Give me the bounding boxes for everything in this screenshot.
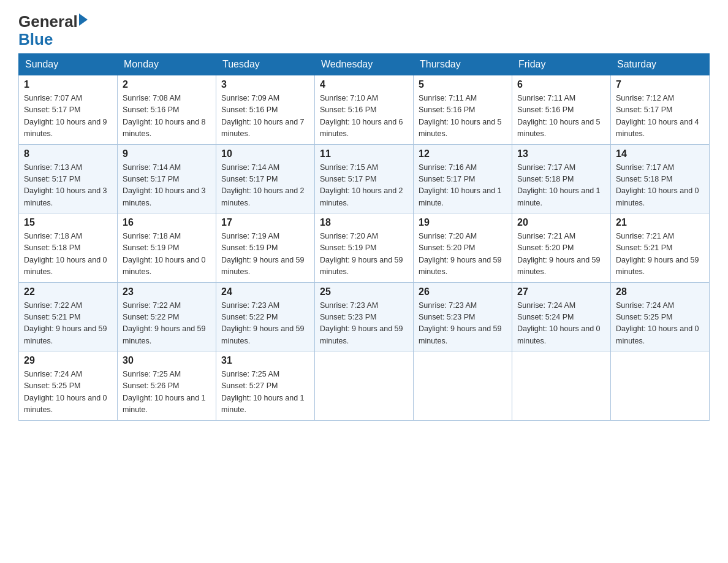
day-info: Sunrise: 7:07 AMSunset: 5:17 PMDaylight:… [24,93,112,140]
calendar-week-row: 15 Sunrise: 7:18 AMSunset: 5:18 PMDaylig… [19,213,710,283]
day-number: 16 [123,217,211,228]
logo-general: General [18,12,78,31]
day-info: Sunrise: 7:17 AMSunset: 5:18 PMDaylight:… [517,162,605,210]
calendar-cell: 17 Sunrise: 7:19 AMSunset: 5:19 PMDaylig… [216,213,315,283]
day-info: Sunrise: 7:24 AMSunset: 5:25 PMDaylight:… [616,300,704,348]
day-number: 12 [419,148,507,159]
calendar-header-sunday: Sunday [19,54,118,75]
calendar-cell: 24 Sunrise: 7:23 AMSunset: 5:22 PMDaylig… [216,282,315,351]
calendar-cell: 25 Sunrise: 7:23 AMSunset: 5:23 PMDaylig… [315,282,414,351]
day-number: 17 [221,217,309,228]
day-info: Sunrise: 7:19 AMSunset: 5:19 PMDaylight:… [221,231,309,278]
calendar-cell: 12 Sunrise: 7:16 AMSunset: 5:17 PMDaylig… [414,144,512,213]
day-number: 22 [24,286,112,297]
day-number: 29 [24,355,112,366]
calendar-week-row: 1 Sunrise: 7:07 AMSunset: 5:17 PMDayligh… [19,75,710,145]
calendar-cell: 29 Sunrise: 7:24 AMSunset: 5:25 PMDaylig… [19,351,118,421]
day-number: 3 [221,79,309,90]
day-number: 10 [221,148,309,159]
day-info: Sunrise: 7:15 AMSunset: 5:17 PMDaylight:… [320,162,408,210]
day-number: 1 [24,79,112,90]
calendar-cell: 30 Sunrise: 7:25 AMSunset: 5:26 PMDaylig… [118,351,216,421]
calendar-week-row: 8 Sunrise: 7:13 AMSunset: 5:17 PMDayligh… [19,144,710,213]
day-info: Sunrise: 7:14 AMSunset: 5:17 PMDaylight:… [221,162,309,210]
logo: General Blue [18,12,88,47]
day-info: Sunrise: 7:10 AMSunset: 5:16 PMDaylight:… [320,93,408,140]
calendar-cell: 26 Sunrise: 7:23 AMSunset: 5:23 PMDaylig… [414,282,512,351]
calendar-cell: 14 Sunrise: 7:17 AMSunset: 5:18 PMDaylig… [611,144,710,213]
day-info: Sunrise: 7:14 AMSunset: 5:17 PMDaylight:… [123,162,211,210]
calendar-header-thursday: Thursday [414,54,512,75]
day-info: Sunrise: 7:20 AMSunset: 5:20 PMDaylight:… [419,231,507,278]
day-info: Sunrise: 7:20 AMSunset: 5:19 PMDaylight:… [320,231,408,278]
calendar-cell: 4 Sunrise: 7:10 AMSunset: 5:16 PMDayligh… [315,75,414,145]
day-info: Sunrise: 7:18 AMSunset: 5:19 PMDaylight:… [123,231,211,278]
calendar-cell: 7 Sunrise: 7:12 AMSunset: 5:17 PMDayligh… [611,75,710,145]
calendar-cell: 22 Sunrise: 7:22 AMSunset: 5:21 PMDaylig… [19,282,118,351]
day-info: Sunrise: 7:13 AMSunset: 5:17 PMDaylight:… [24,162,112,210]
day-number: 18 [320,217,408,228]
calendar-header-row: SundayMondayTuesdayWednesdayThursdayFrid… [19,54,710,75]
calendar-cell: 2 Sunrise: 7:08 AMSunset: 5:16 PMDayligh… [118,75,216,145]
calendar-cell: 3 Sunrise: 7:09 AMSunset: 5:16 PMDayligh… [216,75,315,145]
day-number: 23 [123,286,211,297]
day-info: Sunrise: 7:08 AMSunset: 5:16 PMDaylight:… [123,93,211,140]
day-number: 27 [517,286,605,297]
day-number: 30 [123,355,211,366]
day-info: Sunrise: 7:25 AMSunset: 5:26 PMDaylight:… [123,369,211,416]
day-info: Sunrise: 7:12 AMSunset: 5:17 PMDaylight:… [616,93,704,140]
page-header: General Blue [18,12,710,47]
calendar-cell [512,351,611,421]
day-info: Sunrise: 7:22 AMSunset: 5:21 PMDaylight:… [24,300,112,348]
day-info: Sunrise: 7:23 AMSunset: 5:23 PMDaylight:… [419,300,507,348]
calendar-cell: 15 Sunrise: 7:18 AMSunset: 5:18 PMDaylig… [19,213,118,283]
logo-arrow-icon [79,13,88,26]
calendar-cell: 11 Sunrise: 7:15 AMSunset: 5:17 PMDaylig… [315,144,414,213]
calendar-cell: 9 Sunrise: 7:14 AMSunset: 5:17 PMDayligh… [118,144,216,213]
day-info: Sunrise: 7:23 AMSunset: 5:22 PMDaylight:… [221,300,309,348]
day-info: Sunrise: 7:11 AMSunset: 5:16 PMDaylight:… [419,93,507,140]
day-number: 7 [616,79,704,90]
calendar-cell: 13 Sunrise: 7:17 AMSunset: 5:18 PMDaylig… [512,144,611,213]
calendar-cell: 6 Sunrise: 7:11 AMSunset: 5:16 PMDayligh… [512,75,611,145]
day-info: Sunrise: 7:18 AMSunset: 5:18 PMDaylight:… [24,231,112,278]
calendar-header-saturday: Saturday [611,54,710,75]
day-number: 25 [320,286,408,297]
day-number: 13 [517,148,605,159]
day-number: 24 [221,286,309,297]
day-number: 4 [320,79,408,90]
calendar-header-friday: Friday [512,54,611,75]
day-number: 26 [419,286,507,297]
calendar-cell [315,351,414,421]
calendar-cell [611,351,710,421]
day-info: Sunrise: 7:23 AMSunset: 5:23 PMDaylight:… [320,300,408,348]
day-number: 9 [123,148,211,159]
calendar-header-monday: Monday [118,54,216,75]
day-info: Sunrise: 7:25 AMSunset: 5:27 PMDaylight:… [221,369,309,416]
calendar-week-row: 22 Sunrise: 7:22 AMSunset: 5:21 PMDaylig… [19,282,710,351]
day-info: Sunrise: 7:24 AMSunset: 5:24 PMDaylight:… [517,300,605,348]
calendar-cell: 21 Sunrise: 7:21 AMSunset: 5:21 PMDaylig… [611,213,710,283]
day-number: 14 [616,148,704,159]
logo-blue: Blue [18,31,88,47]
calendar-cell: 27 Sunrise: 7:24 AMSunset: 5:24 PMDaylig… [512,282,611,351]
calendar-cell: 23 Sunrise: 7:22 AMSunset: 5:22 PMDaylig… [118,282,216,351]
day-info: Sunrise: 7:16 AMSunset: 5:17 PMDaylight:… [419,162,507,210]
calendar-cell: 18 Sunrise: 7:20 AMSunset: 5:19 PMDaylig… [315,213,414,283]
calendar-cell: 5 Sunrise: 7:11 AMSunset: 5:16 PMDayligh… [414,75,512,145]
day-number: 6 [517,79,605,90]
day-info: Sunrise: 7:09 AMSunset: 5:16 PMDaylight:… [221,93,309,140]
day-number: 31 [221,355,309,366]
day-number: 11 [320,148,408,159]
day-number: 19 [419,217,507,228]
day-info: Sunrise: 7:21 AMSunset: 5:20 PMDaylight:… [517,231,605,278]
calendar-header-tuesday: Tuesday [216,54,315,75]
calendar-cell [414,351,512,421]
day-info: Sunrise: 7:17 AMSunset: 5:18 PMDaylight:… [616,162,704,210]
calendar-cell: 28 Sunrise: 7:24 AMSunset: 5:25 PMDaylig… [611,282,710,351]
calendar-cell: 16 Sunrise: 7:18 AMSunset: 5:19 PMDaylig… [118,213,216,283]
day-number: 15 [24,217,112,228]
day-info: Sunrise: 7:24 AMSunset: 5:25 PMDaylight:… [24,369,112,416]
calendar-cell: 10 Sunrise: 7:14 AMSunset: 5:17 PMDaylig… [216,144,315,213]
day-number: 8 [24,148,112,159]
